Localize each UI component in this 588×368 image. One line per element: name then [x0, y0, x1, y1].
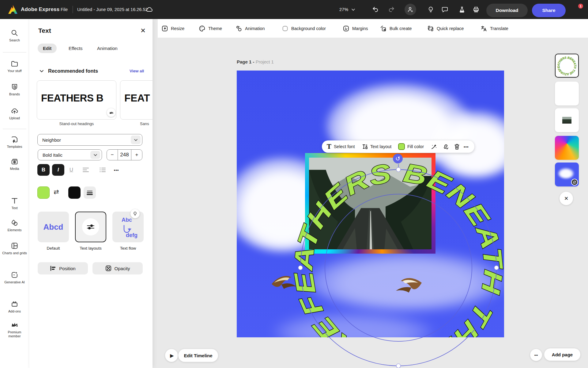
edit-timeline-button[interactable]: Edit Timeline — [178, 349, 218, 362]
text-layout-button[interactable]: Text layout — [362, 140, 391, 153]
chevron-down-icon[interactable] — [40, 70, 44, 73]
layout-card-text-layouts[interactable] — [75, 212, 106, 242]
link-check-icon — [442, 143, 449, 150]
premium-crown-badge — [107, 108, 115, 117]
page-more-button[interactable]: ••• — [530, 349, 542, 361]
undo-button[interactable] — [371, 5, 380, 14]
bold-button[interactable]: B — [37, 164, 50, 176]
background-color-button[interactable]: Background color — [282, 19, 326, 38]
layout-card-default[interactable]: Abcd — [38, 212, 69, 242]
quick-replace-button[interactable]: Quick replace — [427, 19, 464, 38]
stroke-style-button[interactable] — [84, 186, 96, 199]
beta-features-button[interactable] — [458, 5, 466, 14]
theme-button[interactable]: Theme — [199, 19, 222, 38]
sidebar-item-your-stuff[interactable]: Your stuff — [0, 60, 29, 73]
fill-color-swatch[interactable] — [37, 186, 50, 199]
file-menu[interactable]: File — [61, 0, 68, 19]
layer-thumb-rainbow[interactable] — [555, 136, 579, 160]
sidebar-divider — [3, 129, 26, 129]
layout-label-text-layouts: Text layouts — [75, 246, 106, 251]
circle-text[interactable]: FEATHERS BENEATH THE AZURE — [237, 71, 504, 337]
add-page-button[interactable]: Add page — [544, 348, 580, 361]
bulk-create-button[interactable]: Bulk create — [380, 19, 412, 38]
app-sidebar: Search Your stuff Brands Upload Template… — [0, 19, 29, 368]
sidebar-item-text[interactable]: Text — [0, 197, 29, 210]
layer-thumb-blank[interactable] — [555, 82, 579, 105]
sidebar-item-generative-ai[interactable]: Generative AI — [0, 271, 29, 284]
opacity-button[interactable]: Opacity — [92, 262, 143, 274]
translate-icon — [481, 25, 487, 32]
more-format-button[interactable]: ••• — [110, 164, 123, 176]
font-card-standout[interactable]: FEATHERS B — [37, 80, 116, 120]
text-panel: Text ✕ Edit Effects Animation Recommende… — [29, 19, 153, 368]
select-font-button[interactable]: T Select font — [327, 140, 355, 153]
comments-button[interactable] — [440, 5, 449, 14]
swap-colors-button[interactable]: ⇄ — [54, 188, 59, 196]
font-family-select[interactable]: Neighbor — [37, 134, 142, 146]
stroke-lines-icon — [86, 190, 93, 195]
tab-animation[interactable]: Animation — [92, 44, 123, 53]
delete-button[interactable] — [454, 140, 460, 153]
document-title[interactable]: Untitled - June 09, 2025 at 16.26.52 — [77, 0, 148, 19]
opacity-icon — [105, 265, 111, 271]
design-canvas[interactable]: FEATHERS BENEATH THE AZURE — [237, 71, 504, 337]
layer-thumb-road[interactable] — [555, 108, 579, 132]
print-button[interactable] — [472, 5, 480, 14]
sidebar-item-add-ons[interactable]: Add-ons — [0, 300, 29, 313]
sidebar-divider — [3, 52, 26, 52]
view-all-link[interactable]: View all — [130, 69, 144, 73]
quick-replace-label: Quick replace — [437, 26, 464, 31]
sidebar-item-media[interactable]: Media — [0, 158, 29, 171]
font-card-sans[interactable]: FEAT — [120, 80, 153, 120]
layer-thumb-circle-text[interactable]: FEATHERS BENEATH THE AZURE — [555, 54, 579, 78]
selection-handle-bottom[interactable] — [396, 364, 401, 368]
recommended-fonts-title: Recommended fonts — [48, 68, 98, 74]
play-button[interactable]: ▶ — [165, 349, 178, 362]
ideas-button[interactable] — [426, 5, 435, 14]
road-mini — [562, 117, 571, 124]
animation-button[interactable]: Animation — [236, 19, 265, 38]
sidebar-item-elements[interactable]: Elements — [0, 219, 29, 232]
layer-thumb-sky[interactable] — [555, 163, 579, 186]
font-style-select[interactable]: Bold Italic — [38, 149, 102, 160]
trash-icon — [454, 143, 460, 150]
redo-button[interactable] — [387, 5, 396, 14]
cloud-sync-icon[interactable] — [145, 5, 154, 14]
sidebar-item-premium[interactable]: Premium member — [0, 321, 29, 338]
size-increase-button[interactable]: + — [131, 150, 142, 160]
more-options-button[interactable]: ••• — [464, 140, 469, 153]
list-button[interactable] — [96, 164, 109, 176]
generative-ai-icon — [11, 271, 18, 279]
tab-effects[interactable]: Effects — [63, 44, 88, 53]
zoom-control[interactable]: 27% — [339, 0, 355, 19]
size-decrease-button[interactable]: − — [107, 150, 118, 160]
stroke-color-swatch[interactable] — [68, 186, 81, 199]
panel-close-button[interactable]: ✕ — [139, 26, 147, 35]
sidebar-item-templates[interactable]: Templates — [0, 136, 29, 149]
magic-wand-icon — [431, 143, 437, 150]
resize-button[interactable]: Resize — [161, 19, 184, 38]
position-icon — [50, 266, 56, 271]
underline-button[interactable]: U — [65, 164, 77, 176]
fill-color-button[interactable]: Fill color — [398, 140, 424, 153]
sidebar-item-brands[interactable]: Brands — [0, 83, 29, 96]
link-button[interactable] — [442, 140, 449, 153]
palette-icon — [199, 25, 205, 32]
add-page-label: Add page — [552, 352, 573, 357]
download-button[interactable]: Download — [486, 4, 528, 17]
margins-button[interactable]: Margins — [343, 19, 368, 38]
sidebar-item-search[interactable]: Search — [0, 29, 29, 42]
sidebar-item-upload[interactable]: Upload — [0, 107, 29, 120]
flask-icon — [458, 6, 466, 13]
enhance-button[interactable] — [431, 140, 437, 153]
translate-button[interactable]: Translate — [481, 19, 508, 38]
sidebar-item-charts[interactable]: Charts and grids — [0, 242, 29, 255]
close-selection-button[interactable]: ✕ — [560, 192, 573, 205]
italic-button[interactable]: I — [52, 164, 64, 176]
font-size-value[interactable]: 248 — [118, 150, 131, 160]
invite-collaborators-button[interactable] — [405, 4, 416, 15]
tab-edit[interactable]: Edit — [38, 44, 57, 53]
position-button[interactable]: Position — [38, 262, 88, 274]
share-button[interactable]: Share — [532, 4, 566, 17]
align-button[interactable] — [80, 164, 92, 176]
